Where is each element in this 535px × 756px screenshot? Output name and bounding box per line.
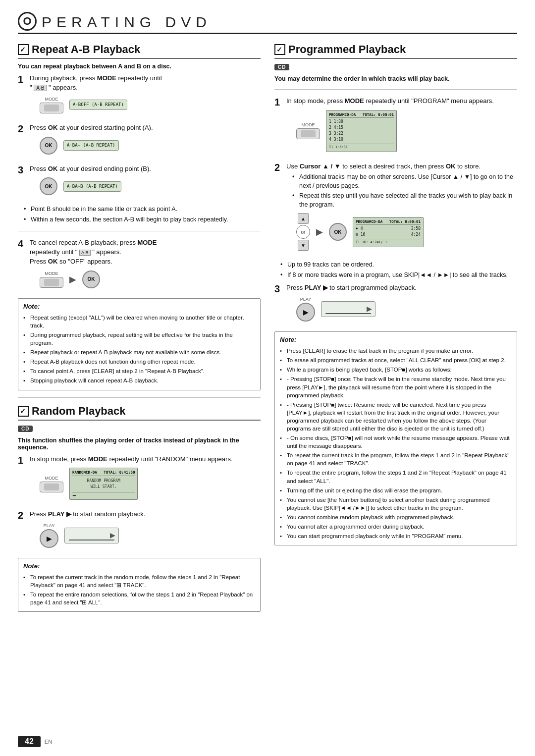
step-num-1: 1 [18, 74, 27, 85]
prog-mode-label: MODE [296, 122, 320, 127]
prog-play-col: PLAY ▶ [296, 297, 315, 322]
arrow-right-icon-2: ▶ [316, 226, 323, 237]
prog-display-2-rows: ♦ 43:58 ⊞ 164:24 [356, 226, 421, 238]
prog-display-1-footer: T1 1:3:31 [329, 144, 394, 150]
prog-note-10: You cannot combine random playback with … [280, 513, 512, 521]
prog-bullet-after-2-2: If 8 or more tracks were in a program, u… [280, 271, 517, 280]
display-box-1: A·BOFF (A-B REPEAT) [69, 100, 127, 110]
mode-label-1: MODE [40, 97, 63, 102]
prog-step-2: 2 Use Cursor ▲ / ▼ to select a desired t… [274, 162, 517, 256]
header-circle: O [18, 12, 37, 31]
page-footer: 42 EN [18, 736, 517, 747]
step-3-device-row: OK A·BA-B (A-B REPEAT) [40, 177, 261, 195]
prog-mode-col: MODE [296, 122, 320, 139]
note-item: Repeat A-B playback does not function du… [23, 358, 255, 366]
prog-note-0: Press [CLEAR] to erase the last track in… [280, 347, 512, 355]
d-row: ♦ 43:58 [356, 226, 421, 232]
bullets-after-step3: Point B should be in the same title or t… [24, 205, 261, 224]
display-line-3a: A·BA-B (A-B REPEAT) [67, 183, 118, 190]
prog-note-9: You cannot use [the Number buttons] to s… [280, 496, 512, 512]
random-step-2-device-row: PLAY ▶ ▶ [40, 523, 261, 548]
prog-step-3-text: Press PLAY ▶ to start programmed playbac… [286, 283, 517, 293]
random-playback-title: Random Playback [32, 405, 126, 418]
random-playback-subtitle: This function shuffles the playing order… [18, 437, 261, 451]
random-step-num-1: 1 [18, 455, 27, 466]
prog-step-2-bullet-2: Repeat this step until you have selected… [292, 192, 517, 209]
step-4-content: To cancel repeat A-B playback, press MOD… [30, 238, 261, 293]
arrow-right-icon: ▶ [69, 274, 76, 285]
programmed-playback-title: Programmed Playback [288, 43, 406, 56]
prog-note-1: To erase all programmed tracks at once, … [280, 356, 512, 364]
repeat-ab-subtitle: You can repeat playback between A and B … [18, 63, 261, 70]
step-3-content: Press OK at your desired ending point (B… [30, 164, 261, 201]
prog-mode-btn [296, 128, 320, 139]
prog-bullets-after-2: Up to 99 tracks can be ordered. If 8 or … [280, 261, 517, 279]
note-item-random-1: To repeat the current track in the rando… [23, 573, 255, 589]
step-4-mode-col: MODE [40, 271, 63, 288]
prog-step-2-bullet-1: Additional tracks may be on other screen… [292, 173, 517, 190]
cursor-down-btn: ▼ [298, 240, 309, 251]
note-title-prog: Note: [280, 335, 512, 345]
prog-note-8: Turning off the unit or ejecting the dis… [280, 486, 512, 494]
prog-step-1: 1 In stop mode, press MODE repeatedly un… [274, 97, 517, 157]
step-1-device-row: MODE A·BOFF (A-B REPEAT) [40, 97, 261, 113]
prog-step-2-bullets: Additional tracks may be on other screen… [292, 173, 517, 209]
random-step-2-content: Press PLAY ▶ to start random playback. P… [30, 510, 261, 553]
random-display: RANDOM CD-DA TOTAL: 0:41:50 RANDOM PROGR… [69, 468, 138, 500]
note-item-random-2: To repeat the entire random selections, … [23, 591, 255, 606]
note-box-prog: Note: Press [CLEAR] to erase the last tr… [274, 331, 517, 545]
prog-step-num-1: 1 [274, 97, 283, 108]
display-line-2a: A·BA- (A-B REPEAT) [67, 142, 115, 149]
d-row: ⊞ 164:24 [356, 232, 421, 238]
repeat-ab-heading: Repeat A-B Playback [18, 43, 261, 59]
step-1: 1 During playback, press MODE repeatedly… [18, 74, 261, 118]
prog-step-2-content: Use Cursor ▲ / ▼ to select a desired tra… [286, 162, 517, 256]
content-columns: Repeat A-B Playback You can repeat playb… [18, 43, 517, 616]
prog-note-6: To repeat the current track in the progr… [280, 451, 512, 467]
note-item: Repeat playback or repeat A-B playback m… [23, 348, 255, 356]
page-number: 42 [18, 736, 41, 747]
prog-step-num-3: 3 [274, 283, 283, 294]
d-row: 4 3:10 [329, 137, 394, 143]
programmed-playback-heading: Programmed Playback [274, 43, 517, 59]
prog-display-2-footer: T1 16: 4:241/ 1 [356, 239, 421, 245]
note-item: During programmed playback, repeat setti… [23, 331, 255, 347]
note-item: Stopping playback will cancel repeat A-B… [23, 377, 255, 384]
random-display-footer: ◄► [72, 492, 135, 498]
random-mode-btn [40, 482, 63, 492]
ok-btn-3: OK [40, 177, 57, 195]
note-item: Repeat setting (except "ALL") will be cl… [23, 314, 255, 329]
prog-display-2: PROGRAM CD-DA TOTAL: 0:00:01 ♦ 43:58 ⊞ 1… [353, 217, 424, 247]
d-row: 1 1:30 [329, 119, 394, 125]
prog-step-3-device-row: PLAY ▶ ▶ [296, 297, 517, 322]
divider-1 [18, 231, 261, 231]
right-column: Programmed Playback CD You may determine… [274, 43, 517, 616]
note-box-repeat-ab: Note: Repeat setting (except "ALL") will… [18, 298, 261, 390]
prog-note-11: You cannot alter a programmed order duri… [280, 523, 512, 531]
note-list-prog: Press [CLEAR] to erase the last track in… [280, 347, 512, 540]
checkbox-icon [18, 44, 29, 55]
step-1-content: During playback, press MODE repeatedly u… [30, 74, 261, 118]
d-row: 3 3:22 [329, 131, 394, 137]
prog-step-3: 3 Press PLAY ▶ to start programmed playb… [274, 283, 517, 326]
cursor-nav: ▲ or ▼ [296, 213, 310, 251]
bullet-item: Within a few seconds, the section A-B wi… [24, 216, 261, 224]
step-4-device-row: MODE ▶ OK [40, 270, 261, 288]
prog-play-display: ▶ [321, 301, 375, 317]
prog-note-3: - Pressing [STOP■] once: The track will … [280, 375, 512, 399]
note-item: To cancel point A, press [CLEAR] at step… [23, 367, 255, 375]
page: O PERATING DVD Repeat A-B Playback You c… [0, 0, 535, 756]
ok-btn-4: OK [82, 270, 100, 288]
step-4: 4 To cancel repeat A-B playback, press M… [18, 238, 261, 293]
prog-step-1-device-row: MODE PROGRAM CD-DA TOTAL: 0:00:01 [296, 110, 517, 152]
step-1-mode-col: MODE [40, 97, 63, 113]
ok-btn-2: OK [40, 137, 57, 155]
random-step-1: 1 In stop mode, press MODE repeatedly un… [18, 455, 261, 505]
d-row: 2 4:15 [329, 125, 394, 131]
prog-display-1: PROGRAM CD-DA TOTAL: 0:00:01 1 1:30 2 4:… [326, 110, 397, 152]
or-circle: or [296, 225, 310, 239]
prog-play-btn: ▶ [296, 303, 315, 322]
prog-display-2-header: PROGRAM CD-DA TOTAL: 0:00:01 [356, 219, 421, 225]
random-step-2: 2 Press PLAY ▶ to start random playback.… [18, 510, 261, 553]
prog-note-7: To repeat the entire program, follow the… [280, 469, 512, 485]
